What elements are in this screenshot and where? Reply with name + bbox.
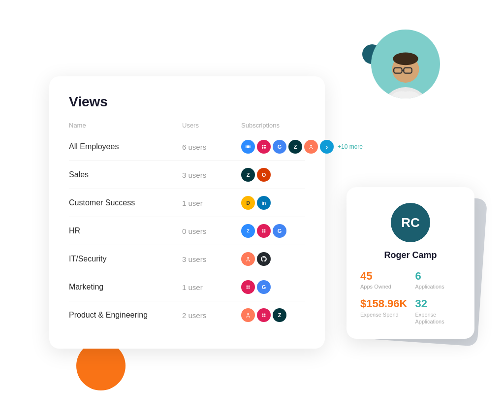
- row-users: 1 user: [182, 199, 241, 207]
- app-icon-hubspot: [241, 308, 255, 322]
- col-name-header: Name: [69, 122, 182, 129]
- stat-value-applications: 6: [415, 270, 461, 282]
- svg-point-10: [262, 147, 264, 149]
- app-icon-google: G: [273, 140, 286, 154]
- row-users: 3 users: [182, 171, 241, 179]
- table-row[interactable]: IT/Security 3 users: [69, 245, 305, 273]
- row-name: Product & Engineering: [69, 311, 182, 320]
- row-users: 6 users: [182, 143, 241, 151]
- svg-point-17: [247, 286, 248, 287]
- scene: Views Name Users Subscriptions All Emplo…: [0, 0, 504, 420]
- svg-point-13: [264, 229, 266, 231]
- svg-point-8: [264, 147, 266, 149]
- svg-point-15: [264, 231, 266, 233]
- col-users-header: Users: [182, 122, 241, 129]
- app-icon-hubspot: [241, 252, 255, 266]
- row-name: HR: [69, 226, 182, 235]
- svg-point-6: [247, 145, 249, 148]
- roger-stats: 45 Apps Owned 6 Applications $158.96K Ex…: [360, 270, 461, 325]
- col-subscriptions-header: Subscriptions: [241, 122, 305, 129]
- roger-initials: RC: [401, 215, 420, 230]
- row-subscriptions: Z O: [241, 168, 305, 182]
- svg-point-20: [249, 288, 250, 289]
- svg-point-21: [247, 313, 249, 315]
- views-title: Views: [69, 94, 305, 110]
- orange-circle-decoration: [76, 341, 126, 390]
- row-users: 2 users: [182, 311, 241, 320]
- svg-point-24: [262, 316, 264, 317]
- stat-expense-applications: 32 Expense Applications: [415, 298, 461, 325]
- app-icon-hubspot: [304, 140, 318, 154]
- row-subscriptions: Z G: [241, 224, 305, 238]
- svg-point-18: [249, 286, 250, 287]
- stat-apps-owned: 45 Apps Owned: [360, 270, 407, 290]
- app-icon-docusign: D: [241, 196, 255, 210]
- row-subscriptions: G Z › +10 more: [241, 140, 363, 154]
- table-row[interactable]: HR 0 users Z G: [69, 217, 305, 245]
- stat-value-apps-owned: 45: [360, 270, 407, 282]
- app-icon-zoom: [241, 140, 255, 154]
- table-row[interactable]: Marketing 1 user G: [69, 273, 305, 301]
- svg-point-11: [310, 145, 312, 147]
- more-badge: +10 more: [338, 143, 363, 150]
- table-row[interactable]: All Employees 6 users G Z: [69, 133, 305, 161]
- row-subscriptions: [241, 252, 305, 266]
- row-name: Customer Success: [69, 198, 182, 207]
- svg-point-14: [262, 231, 264, 233]
- stat-label-apps-owned: Apps Owned: [360, 283, 407, 290]
- row-name: Marketing: [69, 283, 182, 291]
- stat-label-expense-spend: Expense Spend: [360, 311, 407, 318]
- row-subscriptions: G: [241, 280, 305, 294]
- svg-point-19: [247, 288, 248, 289]
- svg-point-16: [247, 257, 249, 259]
- app-icon-linkedin: in: [257, 196, 271, 210]
- stat-label-expense-applications: Expense Applications: [415, 311, 461, 325]
- stat-applications: 6 Applications: [415, 270, 461, 290]
- stat-value-expense-applications: 32: [415, 298, 461, 310]
- views-card: Views Name Users Subscriptions All Emplo…: [49, 76, 325, 349]
- app-icon-zendesk: Z: [273, 308, 286, 322]
- row-name: Sales: [69, 170, 182, 179]
- row-subscriptions: D in: [241, 196, 305, 210]
- svg-point-9: [264, 145, 266, 147]
- app-icon-slack: [257, 308, 271, 322]
- app-icon-slack: [257, 224, 271, 238]
- svg-point-25: [264, 316, 266, 317]
- app-icon-arrow: ›: [320, 140, 334, 154]
- app-icon-office: O: [257, 168, 271, 182]
- stat-value-expense-spend: $158.96K: [360, 298, 407, 310]
- app-icon-zendesk: Z: [241, 168, 255, 182]
- app-icon-slack: [241, 280, 255, 294]
- app-icon-zendesk: Z: [288, 140, 302, 154]
- stat-expense-spend: $158.96K Expense Spend: [360, 298, 407, 325]
- table-row[interactable]: Customer Success 1 user D in: [69, 189, 305, 217]
- table-row[interactable]: Product & Engineering 2 users Z: [69, 301, 305, 329]
- table-header: Name Users Subscriptions: [69, 122, 305, 133]
- row-subscriptions: Z: [241, 308, 305, 322]
- app-icon-google: G: [257, 280, 271, 294]
- app-icon-slack: [257, 140, 271, 154]
- svg-point-12: [262, 229, 264, 231]
- app-icon-google: G: [273, 224, 286, 238]
- svg-point-23: [264, 314, 266, 315]
- svg-point-2: [393, 53, 418, 65]
- roger-camp-card: RC Roger Camp 45 Apps Owned 6 Applicatio…: [346, 187, 474, 339]
- row-name: IT/Security: [69, 255, 182, 263]
- roger-avatar: RC: [391, 203, 430, 242]
- svg-point-7: [262, 145, 264, 147]
- row-users: 0 users: [182, 227, 241, 235]
- app-icon-zoom: Z: [241, 224, 255, 238]
- avatar: [371, 30, 440, 98]
- app-icon-github: [257, 252, 271, 266]
- svg-point-22: [262, 314, 264, 315]
- stat-label-applications: Applications: [415, 283, 461, 290]
- row-name: All Employees: [69, 142, 182, 151]
- row-users: 1 user: [182, 283, 241, 291]
- row-users: 3 users: [182, 255, 241, 263]
- roger-name: Roger Camp: [360, 250, 461, 260]
- table-row[interactable]: Sales 3 users Z O: [69, 161, 305, 189]
